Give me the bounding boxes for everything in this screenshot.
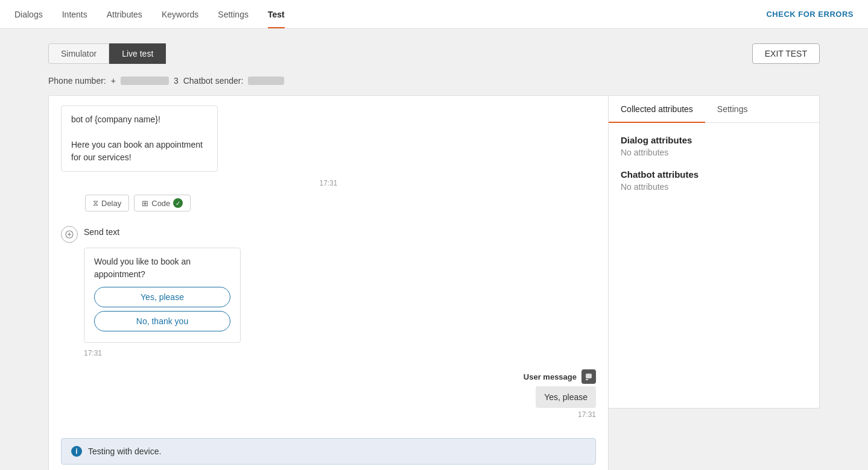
user-bubble: Yes, please xyxy=(536,386,596,408)
dialog-attributes-title: Dialog attributes xyxy=(621,135,807,145)
main-content: Simulator Live test EXIT TEST Phone numb… xyxy=(0,29,868,470)
info-icon: i xyxy=(71,446,82,457)
user-timestamp: 17:31 xyxy=(578,410,596,419)
right-tabs: Collected attributes Settings xyxy=(609,96,819,123)
code-icon: ⊞ xyxy=(142,199,148,208)
mode-switcher: Simulator Live test EXIT TEST xyxy=(48,43,820,64)
send-text-row: Send text xyxy=(61,224,596,243)
phone-prefix: + xyxy=(111,76,116,86)
send-text-icon[interactable] xyxy=(61,226,78,243)
code-label: Code xyxy=(151,199,170,208)
chatbot-sender-blurred xyxy=(248,77,284,85)
info-bar: i Testing with device. xyxy=(61,438,596,465)
phone-number-blurred xyxy=(121,77,169,85)
timestamp-2: 17:31 xyxy=(84,349,596,357)
content-columns: bot of {company name}! Here you can book… xyxy=(48,95,820,470)
choice-no-button[interactable]: No, thank you xyxy=(94,311,230,331)
chat-panel: bot of {company name}! Here you can book… xyxy=(48,95,609,470)
dialog-attributes-empty: No attributes xyxy=(621,148,807,157)
bot-message-line1: bot of {company name}! xyxy=(71,114,160,124)
timestamp-1: 17:31 xyxy=(61,179,596,187)
simulator-tab[interactable]: Simulator xyxy=(48,43,109,64)
delay-label: Delay xyxy=(101,199,121,208)
right-panel: Collected attributes Settings Dialog att… xyxy=(609,95,820,409)
nav-item-settings[interactable]: Settings xyxy=(218,1,249,28)
phone-suffix: 3 xyxy=(174,76,179,86)
question-text: Would you like to book an appointment? xyxy=(94,255,230,281)
delay-button[interactable]: ⧖ Delay xyxy=(85,195,129,212)
chatbot-attributes-title: Chatbot attributes xyxy=(621,169,807,180)
nav-item-keywords[interactable]: Keywords xyxy=(162,1,198,28)
exit-test-button[interactable]: EXIT TEST xyxy=(752,43,820,64)
nav-items: Dialogs Intents Attributes Keywords Sett… xyxy=(14,1,766,28)
user-message-icon xyxy=(581,369,596,384)
question-bubble: Would you like to book an appointment? Y… xyxy=(84,248,241,343)
nav-item-intents[interactable]: Intents xyxy=(62,1,87,28)
action-buttons-row: ⧖ Delay ⊞ Code ✓ xyxy=(85,195,596,212)
bot-message-line2: Here you can book an appointment for our… xyxy=(71,140,203,162)
send-text-label: Send text xyxy=(84,224,119,237)
bot-message-bubble: bot of {company name}! Here you can book… xyxy=(61,105,218,172)
user-message-header: User message xyxy=(524,369,596,384)
choice-yes-button[interactable]: Yes, please xyxy=(94,287,230,307)
check-errors-button[interactable]: CHECK FOR ERRORS xyxy=(766,10,854,19)
info-text: Testing with device. xyxy=(88,446,161,456)
right-panel-content: Dialog attributes No attributes Chatbot … xyxy=(609,123,819,216)
tab-collected-attributes[interactable]: Collected attributes xyxy=(609,96,705,122)
tab-settings[interactable]: Settings xyxy=(705,96,760,122)
top-navigation: Dialogs Intents Attributes Keywords Sett… xyxy=(0,0,868,29)
chat-content: bot of {company name}! Here you can book… xyxy=(49,96,608,433)
svg-rect-4 xyxy=(586,379,588,380)
nav-item-test[interactable]: Test xyxy=(268,1,285,28)
code-button[interactable]: ⊞ Code ✓ xyxy=(134,195,191,212)
nav-item-dialogs[interactable]: Dialogs xyxy=(14,1,43,28)
code-check-badge: ✓ xyxy=(173,198,183,208)
phone-row: Phone number: + 3 Chatbot sender: xyxy=(48,76,820,86)
live-test-tab[interactable]: Live test xyxy=(109,43,166,64)
chatbot-attributes-empty: No attributes xyxy=(621,182,807,192)
chatbot-sender-label: Chatbot sender: xyxy=(183,76,244,86)
delay-icon: ⧖ xyxy=(93,198,98,208)
phone-label: Phone number: xyxy=(48,76,106,86)
user-message-row: User message Yes, please 17:31 xyxy=(61,369,596,419)
svg-rect-3 xyxy=(586,374,592,378)
nav-item-attributes[interactable]: Attributes xyxy=(107,1,142,28)
user-message-label: User message xyxy=(524,372,577,381)
